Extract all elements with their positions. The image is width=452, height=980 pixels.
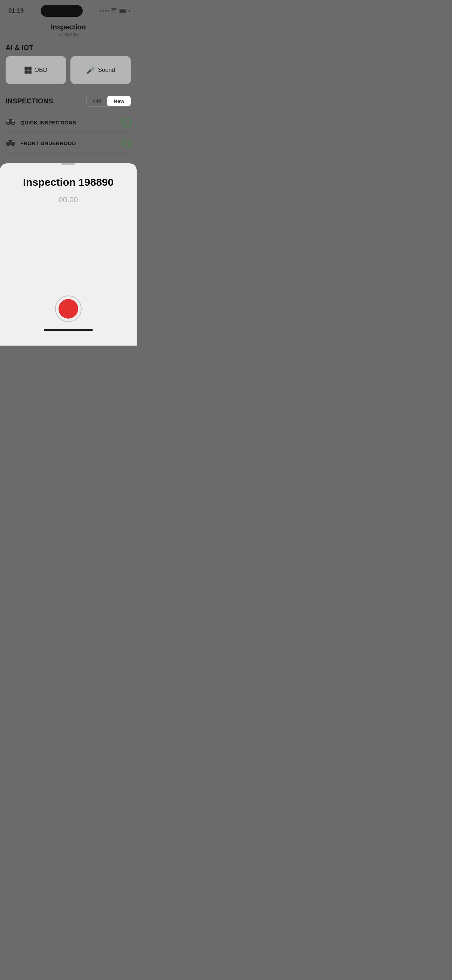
inspection-row-quick[interactable]: QUICK INSPECTIONS ✓	[6, 112, 131, 133]
bottom-sheet: Inspection 198890 00.00	[0, 163, 137, 345]
svg-rect-4	[12, 120, 14, 122]
status-icons	[100, 8, 128, 13]
record-button-container	[8, 296, 128, 322]
inspections-header: INSPECTIONS Old New	[6, 96, 131, 107]
sound-card[interactable]: 🎤 Sound	[70, 56, 131, 84]
dynamic-island	[41, 5, 83, 17]
signal-icon	[100, 10, 108, 11]
battery-icon	[119, 9, 128, 13]
quick-inspection-label: QUICK INSPECTIONS	[20, 119, 117, 126]
sheet-title: Inspection 198890	[8, 176, 128, 188]
sheet-timer: 00.00	[8, 195, 128, 204]
front-underhood-status: ✓	[122, 138, 131, 148]
status-time: 01:19	[8, 7, 24, 14]
sheet-spacer	[8, 218, 128, 288]
obd-icon	[24, 67, 32, 73]
sheet-handle	[61, 163, 75, 165]
record-button[interactable]	[55, 296, 82, 322]
page-subtitle: #198890	[6, 32, 131, 38]
obd-card[interactable]: OBD	[6, 56, 66, 84]
svg-point-6	[7, 144, 9, 146]
divider	[6, 90, 131, 90]
car-icon-front	[6, 139, 16, 147]
status-bar: 01:19	[0, 0, 137, 20]
toggle-old-button[interactable]: Old	[86, 96, 107, 106]
page-title: Inspection	[6, 23, 131, 31]
ai-iot-section-label: AI & IOT	[6, 44, 131, 52]
svg-point-7	[12, 144, 14, 146]
toggle-group: Old New	[86, 96, 131, 107]
svg-rect-9	[12, 141, 14, 142]
car-icon-quick	[6, 118, 16, 127]
front-underhood-label: FRONT UNDERHOOD	[20, 140, 117, 146]
toggle-new-button[interactable]: New	[107, 96, 131, 106]
record-button-inner	[59, 299, 78, 318]
obd-label: OBD	[34, 67, 47, 73]
wifi-icon	[111, 8, 117, 13]
inspection-row-front[interactable]: FRONT UNDERHOOD ✓	[6, 133, 131, 154]
quick-inspection-status: ✓	[122, 118, 131, 127]
ai-iot-grid: OBD 🎤 Sound	[6, 56, 131, 84]
page-header: Inspection #198890	[6, 20, 131, 44]
home-indicator	[44, 329, 93, 331]
svg-rect-8	[7, 141, 9, 142]
svg-rect-3	[7, 120, 9, 122]
microphone-icon: 🎤	[86, 66, 95, 74]
sound-label: Sound	[98, 67, 115, 73]
svg-point-1	[7, 123, 9, 125]
svg-point-2	[12, 123, 14, 125]
background-content: Inspection #198890 AI & IOT OBD 🎤 Sound …	[0, 20, 137, 159]
inspections-title: INSPECTIONS	[6, 97, 53, 105]
